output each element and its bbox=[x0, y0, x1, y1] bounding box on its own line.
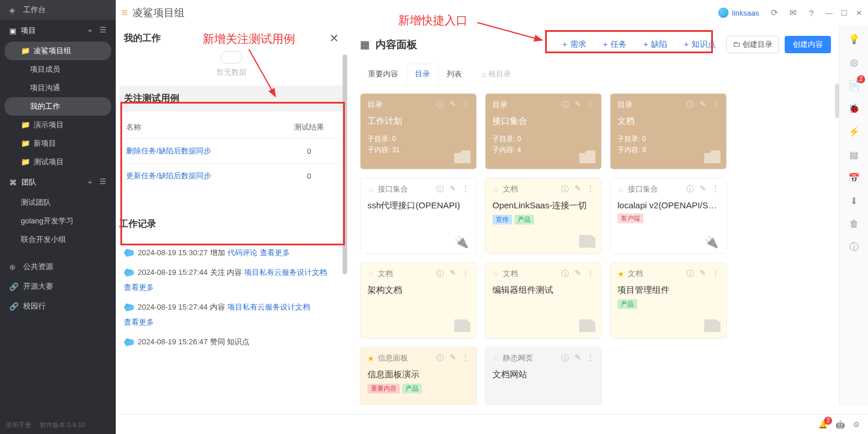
quick-add-task[interactable]: ＋任务 bbox=[597, 37, 631, 52]
content-card[interactable]: ☆ 文档 ⓘ✎⋮ 编辑器组件测试 bbox=[485, 262, 602, 339]
more-icon[interactable]: ⋮ bbox=[712, 100, 719, 110]
edit-icon[interactable]: ✎ bbox=[575, 269, 581, 279]
sidebar-project-lingsha[interactable]: 📁凌鲨项目组 bbox=[5, 42, 111, 60]
scrollbar[interactable] bbox=[343, 54, 347, 274]
sidebar-team-1[interactable]: golang开发学习 bbox=[0, 212, 116, 230]
refresh-icon[interactable]: ⟳ bbox=[767, 5, 782, 20]
test-link[interactable]: 更新任务/缺陷后数据同步 bbox=[126, 171, 211, 180]
more-icon[interactable]: ⋮ bbox=[462, 269, 469, 279]
content-card[interactable]: ☆ 文档 ⓘ✎⋮ OpenLinkSaas-连接一切 宣传产品 bbox=[485, 178, 602, 254]
edit-icon[interactable]: ✎ bbox=[575, 353, 581, 363]
sidebar-school[interactable]: 🔗校园行 bbox=[0, 296, 116, 316]
info-icon[interactable]: ⓘ bbox=[561, 353, 569, 363]
calendar-icon[interactable]: 📅 bbox=[848, 171, 860, 184]
content-card[interactable]: 目录 ⓘ✎⋮ 文档 子目录: 0子内容: 9 bbox=[610, 93, 727, 170]
test-link[interactable]: 删除任务/缺陷后数据同步 bbox=[126, 146, 211, 155]
edit-icon[interactable]: ✎ bbox=[450, 353, 456, 363]
star-icon[interactable]: ☆ bbox=[367, 270, 374, 278]
log-more[interactable]: 查看更多 bbox=[260, 247, 290, 259]
brand[interactable]: linksaas bbox=[718, 8, 759, 18]
tab-directory[interactable]: 目录 bbox=[406, 64, 439, 84]
log-more[interactable]: 查看更多 bbox=[124, 316, 154, 329]
star-icon[interactable]: ☆ bbox=[492, 354, 499, 363]
list-icon[interactable]: ☰ bbox=[100, 177, 106, 187]
more-icon[interactable]: ⋮ bbox=[712, 184, 719, 194]
sidebar-opensource[interactable]: 🔗开源大赛 bbox=[0, 277, 116, 296]
info-icon[interactable]: ⓘ bbox=[848, 241, 860, 253]
info-icon[interactable]: ⓘ bbox=[436, 269, 444, 279]
sidebar-item-members[interactable]: 项目成员 bbox=[0, 60, 116, 79]
more-icon[interactable]: ⋮ bbox=[462, 100, 469, 110]
sidebar-item-mywork[interactable]: 我的工作 bbox=[5, 97, 111, 116]
sidebar-project-new[interactable]: 📁新项目 bbox=[0, 134, 116, 153]
manual-link[interactable]: 使用手册 bbox=[6, 421, 31, 428]
download-icon[interactable]: ⬇ bbox=[848, 194, 860, 207]
edit-icon[interactable]: ✎ bbox=[575, 100, 581, 110]
bolt-icon[interactable]: ⚡ bbox=[848, 125, 860, 138]
star-icon[interactable]: ☆ bbox=[617, 185, 624, 194]
minimize-icon[interactable]: — bbox=[825, 9, 833, 17]
edit-icon[interactable]: ✎ bbox=[450, 184, 456, 194]
quick-add-requirement[interactable]: ＋需求 bbox=[556, 37, 591, 52]
content-card[interactable]: ★ 信息面板 ⓘ✎⋮ 信息面板演示 重要内容产品 bbox=[360, 347, 477, 405]
edit-icon[interactable]: ✎ bbox=[450, 269, 456, 279]
log-link[interactable]: 代码评论 bbox=[227, 247, 258, 259]
sidebar-project-test[interactable]: 📁测试项目 bbox=[0, 153, 116, 171]
star-icon[interactable]: ☆ bbox=[367, 185, 374, 194]
sidebar-section-projects[interactable]: ▣项目 ＋☰ bbox=[0, 20, 116, 42]
content-card[interactable]: ★ 文档 ⓘ✎⋮ 项目管理组件 产品 bbox=[610, 262, 727, 339]
bell-icon[interactable]: 🔔2 bbox=[818, 420, 827, 429]
hamburger-icon[interactable]: ≡ bbox=[122, 7, 128, 19]
sidebar-public-res[interactable]: ⊕公共资源 bbox=[0, 257, 116, 277]
doc-icon[interactable]: 📄2 bbox=[848, 79, 860, 91]
info-icon[interactable]: ⓘ bbox=[436, 100, 444, 110]
star-icon[interactable]: ★ bbox=[367, 354, 374, 363]
create-content-button[interactable]: 创建内容 bbox=[785, 36, 831, 53]
more-icon[interactable]: ⋮ bbox=[462, 353, 469, 363]
info-icon[interactable]: ⓘ bbox=[436, 184, 444, 194]
bulb-icon[interactable]: 💡 bbox=[848, 32, 860, 45]
more-icon[interactable]: ⋮ bbox=[587, 184, 594, 194]
info-icon[interactable]: ⓘ bbox=[436, 353, 444, 363]
edit-icon[interactable]: ✎ bbox=[700, 184, 706, 194]
info-icon[interactable]: ⓘ bbox=[686, 184, 694, 194]
list-icon[interactable]: ☰ bbox=[100, 25, 106, 36]
log-link[interactable]: 如何在文档和沟通中引用任务和缺陷 bbox=[124, 351, 244, 353]
help-icon[interactable]: ? bbox=[804, 5, 819, 20]
content-card[interactable]: ☆ 接口集合 ⓘ✎⋮ localapi v2(OPENAPI/SWAGGER) … bbox=[610, 178, 727, 254]
more-icon[interactable]: ⋮ bbox=[587, 100, 594, 110]
content-card[interactable]: ☆ 文档 ⓘ✎⋮ 架构文档 bbox=[360, 262, 477, 339]
star-icon[interactable]: ☆ bbox=[492, 185, 499, 194]
more-icon[interactable]: ⋮ bbox=[587, 353, 594, 363]
edit-icon[interactable]: ✎ bbox=[700, 269, 706, 279]
robot-icon[interactable]: 🤖 bbox=[836, 420, 845, 429]
edit-icon[interactable]: ✎ bbox=[450, 100, 456, 110]
log-more[interactable]: 查看更多 bbox=[124, 281, 154, 294]
quick-add-bug[interactable]: ＋缺陷 bbox=[637, 37, 672, 52]
scrollbar[interactable] bbox=[835, 83, 839, 118]
gear-icon[interactable]: ⚙ bbox=[853, 420, 860, 429]
log-more[interactable]: 查看更多 bbox=[247, 351, 277, 353]
server-icon[interactable]: ▤ bbox=[848, 148, 860, 161]
info-icon[interactable]: ⓘ bbox=[686, 269, 694, 279]
close-panel-icon[interactable]: ✕ bbox=[329, 31, 339, 45]
more-icon[interactable]: ⋮ bbox=[587, 269, 594, 279]
sidebar-project-demo[interactable]: 📁演示项目 bbox=[0, 116, 116, 134]
breadcrumb[interactable]: ⌂根目录 bbox=[481, 69, 511, 79]
more-icon[interactable]: ⋮ bbox=[712, 269, 719, 279]
sidebar-section-teams[interactable]: ⌘团队 ＋☰ bbox=[0, 171, 116, 193]
plus-icon[interactable]: ＋ bbox=[86, 25, 94, 36]
tab-list[interactable]: 列表 bbox=[439, 64, 470, 84]
sidebar-item-comm[interactable]: 项目沟通 bbox=[0, 79, 116, 97]
tab-important[interactable]: 重要内容 bbox=[360, 64, 406, 84]
location-icon[interactable]: ◎ bbox=[848, 56, 860, 68]
log-link[interactable]: 项目私有云服务设计文档 bbox=[227, 301, 310, 314]
info-icon[interactable]: ⓘ bbox=[561, 269, 569, 279]
create-dir-button[interactable]: 🗀 创建目录 bbox=[726, 36, 779, 53]
content-card[interactable]: 目录 ⓘ✎⋮ 工作计划 子目录: 0子内容: 31 bbox=[360, 93, 477, 170]
info-icon[interactable]: ⓘ bbox=[686, 100, 694, 110]
more-icon[interactable]: ⋮ bbox=[462, 184, 469, 194]
maximize-icon[interactable]: ☐ bbox=[841, 9, 848, 17]
mail-icon[interactable]: ✉ bbox=[785, 5, 800, 20]
edit-icon[interactable]: ✎ bbox=[700, 100, 706, 110]
